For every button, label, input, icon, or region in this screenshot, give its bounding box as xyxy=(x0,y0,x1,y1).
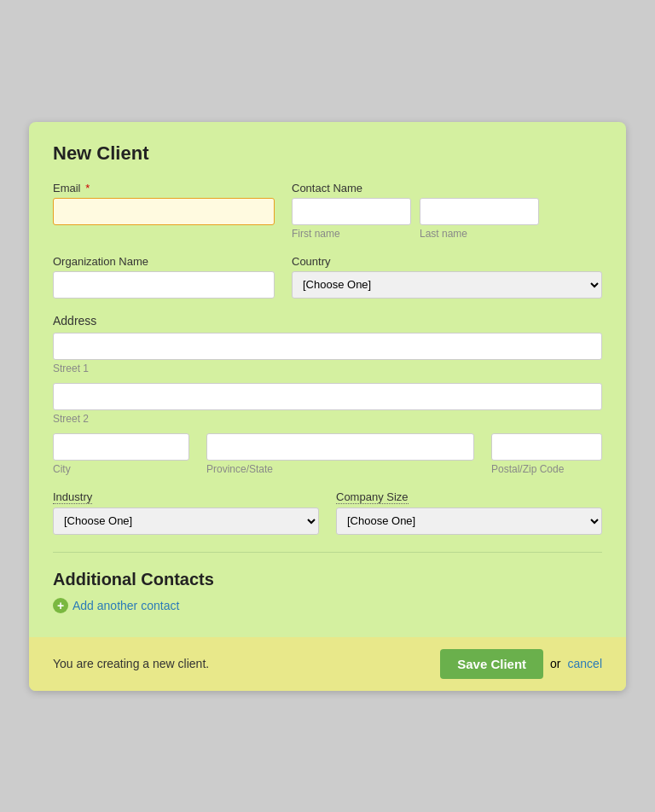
province-hint: Province/State xyxy=(206,463,474,475)
address-label: Address xyxy=(53,314,602,328)
email-group: Email * xyxy=(53,182,275,225)
last-name-hint: Last name xyxy=(420,228,539,240)
required-star: * xyxy=(83,182,90,194)
street2-input[interactable] xyxy=(53,383,602,410)
country-label: Country xyxy=(292,255,602,268)
industry-select[interactable]: [Choose One] xyxy=(53,508,319,535)
add-contact-link[interactable]: + Add another contact xyxy=(53,598,602,613)
city-province-postal-row: City Province/State Postal/Zip Code xyxy=(53,433,602,475)
company-size-group: Company Size [Choose One] xyxy=(336,490,602,535)
cancel-link[interactable]: cancel xyxy=(568,657,602,670)
add-icon: + xyxy=(53,598,68,613)
industry-company-row: Industry [Choose One] Company Size [Choo… xyxy=(53,490,602,535)
province-group: Province/State xyxy=(206,433,474,475)
save-client-button[interactable]: Save Client xyxy=(440,649,543,679)
email-input[interactable] xyxy=(53,198,275,225)
street2-hint: Street 2 xyxy=(53,413,602,425)
country-select[interactable]: [Choose One] xyxy=(292,271,602,299)
additional-contacts-section: Additional Contacts + Add another contac… xyxy=(53,570,602,613)
email-contact-row: Email * Contact Name First name Last nam… xyxy=(53,182,602,240)
footer-actions: Save Client or cancel xyxy=(440,649,602,679)
contact-name-hints: First name Last name xyxy=(292,225,602,240)
street1-input[interactable] xyxy=(53,333,602,360)
contact-name-group: Contact Name First name Last name xyxy=(292,182,602,240)
org-name-input[interactable] xyxy=(53,271,275,299)
street1-group: Street 1 xyxy=(53,333,602,374)
first-name-hint: First name xyxy=(292,228,411,240)
additional-contacts-title: Additional Contacts xyxy=(53,570,602,589)
first-name-input[interactable] xyxy=(292,198,411,225)
contact-name-fields xyxy=(292,198,602,225)
city-group: City xyxy=(53,433,189,475)
industry-group: Industry [Choose One] xyxy=(53,490,319,535)
city-hint: City xyxy=(53,463,189,475)
footer-status-text: You are creating a new client. xyxy=(53,657,209,670)
city-input[interactable] xyxy=(53,433,189,461)
company-size-select[interactable]: [Choose One] xyxy=(336,508,602,535)
postal-group: Postal/Zip Code xyxy=(491,433,602,475)
or-text: or xyxy=(550,657,560,670)
org-country-row: Organization Name Country [Choose One] xyxy=(53,255,602,299)
card-body: New Client Email * Contact Name First na… xyxy=(29,122,626,637)
street2-group: Street 2 xyxy=(53,383,602,425)
industry-label: Industry xyxy=(53,490,92,504)
page-title: New Client xyxy=(53,142,602,165)
section-divider xyxy=(53,552,602,553)
org-name-label: Organization Name xyxy=(53,255,275,268)
new-client-card: New Client Email * Contact Name First na… xyxy=(29,122,626,691)
postal-hint: Postal/Zip Code xyxy=(491,463,602,475)
last-name-input[interactable] xyxy=(420,198,539,225)
province-input[interactable] xyxy=(206,433,474,461)
company-size-label: Company Size xyxy=(336,490,409,504)
country-group: Country [Choose One] xyxy=(292,255,602,299)
add-contact-label: Add another contact xyxy=(72,599,179,612)
address-section: Address Street 1 Street 2 City Provinc xyxy=(53,314,602,475)
org-name-group: Organization Name xyxy=(53,255,275,299)
contact-name-label: Contact Name xyxy=(292,182,602,194)
email-label: Email * xyxy=(53,182,275,194)
card-footer: You are creating a new client. Save Clie… xyxy=(29,637,626,691)
postal-input[interactable] xyxy=(491,433,602,461)
street1-hint: Street 1 xyxy=(53,362,602,374)
